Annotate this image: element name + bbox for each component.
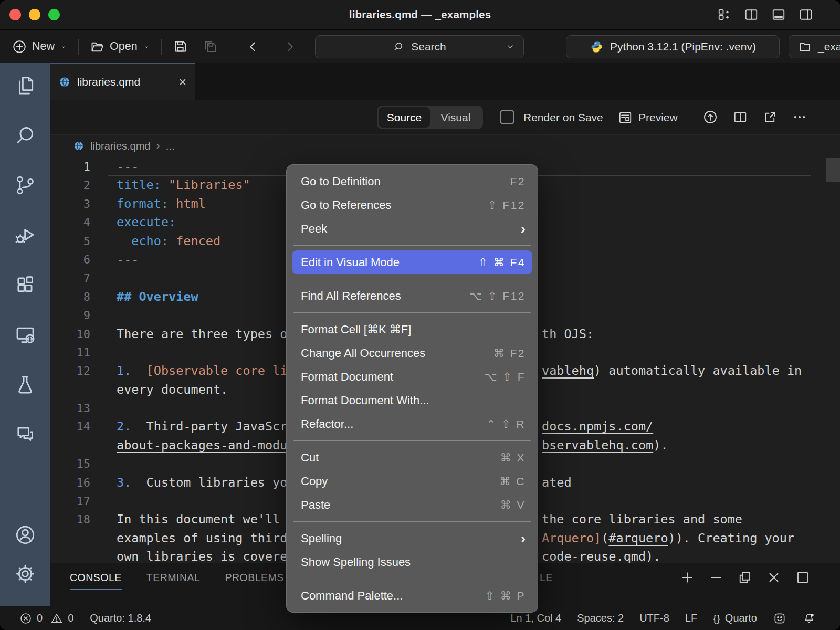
- tab-debug-console-fragment[interactable]: LE: [540, 572, 553, 584]
- customize-layout-icon[interactable]: [716, 7, 732, 23]
- panel-minus-icon[interactable]: [708, 570, 724, 585]
- toggle-panel-icon[interactable]: [771, 7, 786, 23]
- menu-item-change-all-occurrences[interactable]: Change All Occurrences⌘ F2: [286, 341, 538, 365]
- close-tab-icon[interactable]: ×: [178, 76, 186, 89]
- open-in-new-window-icon[interactable]: [762, 109, 778, 125]
- language-mode[interactable]: {} Quarto: [713, 612, 757, 624]
- forward-icon[interactable]: [282, 39, 298, 55]
- menu-item-cut[interactable]: Cut⌘ X: [286, 446, 538, 469]
- eol-setting[interactable]: LF: [685, 612, 697, 624]
- project-selector[interactable]: _examples: [789, 35, 840, 58]
- more-actions-icon[interactable]: [792, 109, 807, 125]
- toggle-secondary-sidebar-icon[interactable]: [798, 7, 814, 23]
- interpreter-selector[interactable]: Python 3.12.1 (PipEnv: .venv): [566, 35, 780, 58]
- activity-comments-icon[interactable]: [14, 423, 37, 446]
- line-number[interactable]: 18: [50, 510, 90, 529]
- line-number[interactable]: 16: [50, 474, 90, 492]
- problems-indicator[interactable]: 0 0: [19, 612, 74, 625]
- activity-source-control-icon[interactable]: [14, 174, 37, 197]
- tab-libraries-qmd[interactable]: libraries.qmd ×: [50, 63, 195, 100]
- menu-item-go-to-definition[interactable]: Go to DefinitionF2: [286, 170, 538, 193]
- line-number[interactable]: 10: [50, 325, 90, 343]
- line-number[interactable]: [50, 529, 90, 548]
- menu-item-go-to-references[interactable]: Go to References⇧ F12: [286, 193, 538, 217]
- menu-item-label: Edit in Visual Mode: [301, 256, 400, 269]
- quarto-version[interactable]: Quarto: 1.8.4: [90, 612, 151, 624]
- publish-icon[interactable]: [702, 109, 718, 125]
- panel-tab-problems[interactable]: PROBLEMS: [225, 572, 284, 590]
- activity-explorer-icon[interactable]: [14, 74, 37, 97]
- line-number[interactable]: [50, 381, 90, 399]
- line-number[interactable]: 3: [50, 195, 90, 213]
- activity-account-icon[interactable]: [14, 523, 37, 547]
- menu-item-show-spelling-issues[interactable]: Show Spelling Issues: [286, 550, 538, 574]
- close-window-button[interactable]: [9, 9, 21, 20]
- line-number[interactable]: 11: [50, 343, 90, 362]
- visual-mode-button[interactable]: Visual: [430, 107, 481, 128]
- menu-item-spelling[interactable]: Spelling›: [286, 527, 538, 550]
- panel-tab-console[interactable]: CONSOLE: [70, 572, 122, 590]
- activity-remote-explorer-icon[interactable]: [14, 323, 37, 346]
- line-number[interactable]: 5: [50, 232, 90, 250]
- menu-item-peek[interactable]: Peek›: [286, 217, 538, 240]
- encoding-setting[interactable]: UTF-8: [639, 612, 669, 624]
- activity-extensions-icon[interactable]: [14, 274, 37, 297]
- cursor-position[interactable]: Ln 1, Col 4: [510, 612, 561, 624]
- menu-item-command-palette[interactable]: Command Palette...⇧ ⌘ P: [286, 584, 538, 607]
- notifications-bell-icon[interactable]: [802, 612, 816, 625]
- global-search-box[interactable]: Search: [315, 35, 524, 58]
- breadcrumb-item-symbol[interactable]: ...: [166, 140, 175, 152]
- panel-tab-terminal[interactable]: TERMINAL: [146, 572, 201, 590]
- zoom-window-button[interactable]: [48, 9, 60, 20]
- menu-item-format-document[interactable]: Format Document⌥ ⇧ F: [286, 365, 538, 388]
- line-number[interactable]: [50, 548, 90, 563]
- menu-separator: [293, 440, 531, 441]
- new-button[interactable]: New: [12, 39, 68, 55]
- panel-plus-icon[interactable]: [679, 570, 695, 585]
- activity-testing-icon[interactable]: [14, 373, 37, 396]
- line-number[interactable]: 13: [50, 399, 90, 417]
- line-number[interactable]: 6: [50, 250, 90, 269]
- line-number[interactable]: 4: [50, 213, 90, 232]
- panel-restore-icon[interactable]: [737, 570, 753, 585]
- menu-item-format-cell-k-f[interactable]: Format Cell [⌘K ⌘F]: [286, 318, 538, 341]
- open-button[interactable]: Open: [89, 39, 151, 55]
- split-editor-icon[interactable]: [732, 109, 748, 125]
- code-token: html: [176, 196, 206, 211]
- line-number[interactable]: 12: [50, 362, 90, 380]
- render-on-save-checkbox[interactable]: [500, 110, 514, 124]
- menu-item-refactor[interactable]: Refactor...⌃ ⇧ R: [286, 412, 538, 436]
- line-number[interactable]: 7: [50, 269, 90, 287]
- panel-close-icon[interactable]: [766, 570, 782, 585]
- activity-run-debug-icon[interactable]: [14, 224, 37, 247]
- menu-item-paste[interactable]: Paste⌘ V: [286, 493, 538, 517]
- feedback-smiley-icon[interactable]: [773, 612, 786, 625]
- editor-scrollbar[interactable]: [826, 158, 840, 182]
- split-editor-layout-icon[interactable]: [743, 7, 759, 23]
- line-number[interactable]: 8: [50, 288, 90, 306]
- line-number[interactable]: 17: [50, 492, 90, 510]
- activity-settings-gear-icon[interactable]: [14, 562, 37, 585]
- breadcrumb-item-file[interactable]: libraries.qmd: [90, 140, 150, 152]
- line-number[interactable]: 14: [50, 417, 90, 436]
- preview-button[interactable]: Preview: [617, 100, 678, 134]
- code-token: 1.: [117, 363, 131, 378]
- minimize-window-button[interactable]: [29, 9, 40, 20]
- save-all-icon[interactable]: [202, 38, 219, 55]
- menu-item-edit-in-visual-mode[interactable]: Edit in Visual Mode⇧ ⌘ F4: [292, 250, 532, 274]
- save-icon[interactable]: [172, 38, 188, 55]
- menu-separator: [293, 521, 531, 522]
- source-mode-button[interactable]: Source: [379, 107, 430, 128]
- menu-item-copy[interactable]: Copy⌘ C: [286, 469, 538, 493]
- indentation-setting[interactable]: Spaces: 2: [577, 612, 624, 624]
- panel-panel-square-icon[interactable]: [795, 570, 811, 585]
- line-number[interactable]: 1: [50, 158, 90, 176]
- back-icon[interactable]: [245, 39, 261, 55]
- line-number[interactable]: 2: [50, 176, 90, 194]
- line-number[interactable]: 9: [50, 306, 90, 324]
- line-number[interactable]: 15: [50, 455, 90, 473]
- line-number[interactable]: [50, 436, 90, 455]
- activity-search-icon[interactable]: [14, 124, 37, 147]
- menu-item-find-all-references[interactable]: Find All References⌥ ⇧ F12: [286, 284, 538, 308]
- menu-item-format-document-with[interactable]: Format Document With...: [286, 388, 538, 412]
